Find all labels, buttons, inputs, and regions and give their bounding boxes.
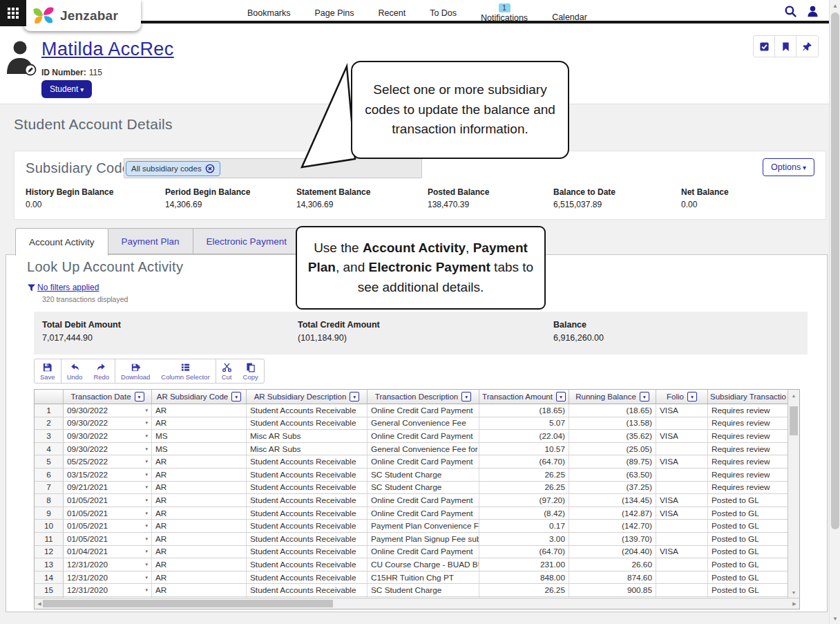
toolbar-column-selector-button[interactable]: Column Selector (155, 359, 215, 383)
filter-icon[interactable]: ▼ (640, 392, 649, 401)
redo-icon (96, 362, 106, 372)
jenzabar-butterfly-icon (32, 5, 55, 26)
search-icon[interactable] (784, 5, 797, 18)
balance-period-begin-balance: Period Begin Balance14,306.69 (165, 187, 250, 209)
column-header-running-balance[interactable]: Running Balance▼ (569, 390, 656, 404)
tab-account-activity[interactable]: Account Activity (15, 228, 108, 256)
table-row: 1312/31/2020ARStudent Accounts Receivabl… (35, 558, 788, 571)
user-icon[interactable] (806, 5, 819, 18)
scroll-down-icon[interactable]: ▼ (830, 613, 840, 624)
column-header-ar-subsidiary-code[interactable]: AR Subsidiary Code▼ (152, 390, 247, 404)
callout-tabs: Use the Account Activity, Payment Plan, … (296, 226, 546, 310)
callout-tabs-text: Use the Account Activity, Payment Plan, … (307, 238, 535, 298)
grid-vscroll-thumb[interactable] (790, 406, 798, 435)
quick-actions (753, 35, 819, 57)
nav-item-page-pins[interactable]: Page Pins (315, 8, 354, 18)
grid-main: Transaction Date▼AR Subsidiary Code▼AR S… (35, 390, 788, 598)
nav-item-to-dos[interactable]: To Dos (430, 8, 457, 18)
toolbar-download-button[interactable]: Download (115, 359, 155, 383)
table-row: 1412/31/2020ARStudent Accounts Receivabl… (35, 571, 788, 585)
balance-balance-to-date: Balance to Date6,515,037.89 (553, 187, 615, 209)
chip-remove-icon[interactable] (205, 164, 215, 173)
toolbar-save-button[interactable]: Save (35, 359, 61, 383)
lookup-title: Look Up Account Activity (27, 259, 183, 275)
grid-icon (7, 7, 19, 19)
filter-icon[interactable]: ▼ (687, 392, 697, 401)
bookmark-button[interactable] (775, 36, 796, 57)
tasks-button[interactable] (754, 36, 775, 57)
table-row: 505/25/2022ARStudent Accounts Receivable… (35, 455, 788, 469)
cut-icon (222, 362, 232, 372)
options-button[interactable]: Options (763, 158, 814, 176)
transactions-grid: Transaction Date▼AR Subsidiary Code▼AR S… (34, 389, 800, 609)
nav-item-bookmarks[interactable]: Bookmarks (247, 8, 291, 18)
toolbar-cut-button[interactable]: Cut (216, 359, 238, 383)
download-icon (131, 362, 141, 372)
callout-subsidiary: Select one or more subsidiary codes to u… (351, 61, 569, 159)
table-row: 209/30/2022ARStudent Accounts Receivable… (35, 417, 788, 431)
toolbar-undo-button[interactable]: Undo (61, 359, 88, 383)
student-role-dropdown[interactable]: Student (41, 80, 92, 98)
save-icon (42, 362, 52, 372)
nav-item-recent[interactable]: Recent (379, 8, 406, 18)
tab-electronic-payment[interactable]: Electronic Payment (193, 228, 300, 254)
filter-icon[interactable]: ▼ (461, 392, 471, 401)
column-header-folio[interactable]: Folio▼ (656, 390, 708, 404)
filter-icon[interactable]: ▼ (556, 392, 566, 401)
total-balance: Balance6,916,260.00 (553, 320, 604, 343)
callout-subsidiary-text: Select one or more subsidiary codes to u… (362, 80, 558, 140)
column-header-subsidiary-transactio[interactable]: Subsidiary Transactio (708, 390, 788, 404)
filters-link[interactable]: No filters applied (37, 283, 99, 292)
filter-icon[interactable]: ▼ (350, 392, 359, 401)
undo-icon (70, 362, 80, 372)
page-scrollbar[interactable]: ▲ ▼ (829, 0, 840, 624)
subsidiary-code-label: Subsidiary Code (26, 160, 130, 176)
student-name-link[interactable]: Matilda AccRec (41, 39, 174, 60)
total-total-credit-amount: Total Credit Amount(101,184.90) (298, 320, 380, 343)
column-header-transaction-date[interactable]: Transaction Date▼ (64, 390, 152, 404)
id-label: ID Number: (41, 68, 86, 77)
balance-history-begin-balance: History Begin Balance0.00 (26, 187, 113, 209)
tab-payment-plan[interactable]: Payment Plan (108, 228, 193, 254)
table-row: 603/15/2022ARStudent Accounts Receivable… (35, 469, 788, 482)
column-header-transaction-description[interactable]: Transaction Description▼ (368, 390, 479, 404)
page-scrollbar-thumb[interactable] (831, 12, 839, 529)
app-launcher-button[interactable] (0, 0, 26, 26)
subsidiary-panel: Subsidiary Code All subsidiary codes Opt… (14, 151, 826, 220)
table-row: 109/30/2022ARStudent Accounts Receivable… (35, 404, 788, 417)
filter-funnel-icon (27, 283, 36, 292)
table-row: 1201/04/2021ARStudent Accounts Receivabl… (35, 546, 788, 559)
tab-bar: Account ActivityPayment PlanElectronic P… (15, 228, 300, 256)
table-row: 709/21/2021ARStudent Accounts Receivable… (35, 482, 788, 495)
copy-icon (245, 362, 256, 372)
grid-toolbar: SaveUndoRedoDownloadColumn SelectorCutCo… (34, 359, 265, 384)
top-icon-group (784, 5, 819, 18)
grid-horizontal-scrollbar[interactable]: ◀ ▶ (35, 598, 799, 609)
grid-header: Transaction Date▼AR Subsidiary Code▼AR S… (35, 390, 788, 404)
student-avatar (6, 40, 37, 77)
grid-scroll-right-icon[interactable]: ▶ (790, 598, 799, 609)
column-selector-icon (180, 362, 191, 372)
filter-icon[interactable]: ▼ (231, 392, 241, 401)
grid-vertical-scrollbar[interactable]: ▲ ▼ (788, 390, 799, 598)
filter-row: No filters applied (27, 283, 99, 292)
nav-item-notifications[interactable]: 1Notifications (481, 3, 528, 23)
column-header-ar-subsidiary-description[interactable]: AR Subsidiary Description▼ (247, 390, 368, 404)
toolbar-redo-button[interactable]: Redo (88, 359, 115, 383)
pin-button[interactable] (796, 36, 818, 57)
nav-item-calendar[interactable]: Calendar (552, 12, 587, 22)
grid-scroll-down-icon[interactable]: ▼ (788, 587, 799, 597)
app-root: Jenzabar BookmarksPage PinsRecentTo Dos1… (0, 0, 840, 624)
brand-logo[interactable]: Jenzabar (23, 0, 141, 31)
pin-icon (802, 41, 812, 52)
subsidiary-chip: All subsidiary codes (126, 161, 220, 176)
toolbar-copy-button[interactable]: Copy (238, 359, 264, 383)
grid-hscroll-thumb[interactable] (43, 600, 333, 607)
grid-scroll-up-icon[interactable]: ▲ (788, 390, 799, 400)
column-header-transaction-amount[interactable]: Transaction Amount▼ (479, 390, 569, 404)
balance-posted-balance: Posted Balance138,470.39 (428, 187, 489, 209)
subsidiary-code-input[interactable]: All subsidiary codes (124, 158, 422, 178)
table-row: 409/30/2022MSMisc AR SubsGeneral Conveni… (35, 443, 788, 456)
scroll-up-icon[interactable]: ▲ (830, 0, 840, 11)
filter-icon[interactable]: ▼ (135, 392, 144, 401)
